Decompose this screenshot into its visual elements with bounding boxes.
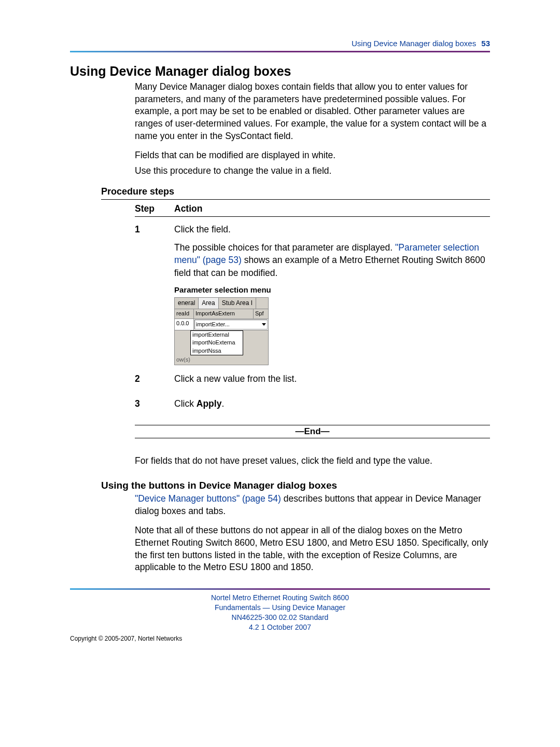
intro-paragraph-1: Many Device Manager dialog boxes contain… — [135, 81, 490, 142]
screenshot-footer: ow(s) — [175, 355, 268, 364]
step-3-line: Click Apply. — [174, 397, 490, 410]
tab-area[interactable]: Area — [199, 298, 218, 309]
intro-paragraph-3: Use this procedure to change the value i… — [135, 165, 490, 177]
subsection-body: "Device Manager buttons" (page 54) descr… — [135, 493, 490, 574]
step-2-action: Click a new value from the list. — [174, 372, 490, 391]
screenshot-header-row: reaId ImportAsExtern Spf — [175, 309, 268, 319]
step-2-line: Click a new value from the list. — [174, 372, 490, 385]
subsection-p1: "Device Manager buttons" (page 54) descr… — [135, 493, 490, 517]
page: Using Device Manager dialog boxes 53 Usi… — [47, 16, 513, 721]
procedure-tail: For fields that do not have preset value… — [135, 455, 490, 467]
footer-rule — [70, 588, 490, 590]
subsection-p2: Note that all of these buttons do not ap… — [135, 524, 490, 574]
copyright: Copyright © 2005-2007, Nortel Networks — [70, 635, 490, 642]
procedure-header-rule — [135, 216, 490, 217]
apply-label: Apply — [197, 398, 222, 409]
step-3: 3 Click Apply. — [135, 397, 490, 416]
import-select-value: importExter... — [196, 321, 230, 328]
end-rule-top — [135, 425, 490, 425]
procedure-top-rule — [101, 199, 490, 200]
step-2: 2 Click a new value from the list. — [135, 372, 490, 391]
screenshot-tabs: eneral Area Stub Area I — [175, 298, 268, 309]
running-header: Using Device Manager dialog boxes 53 — [70, 39, 490, 48]
running-title: Using Device Manager dialog boxes — [352, 39, 476, 48]
xref-device-manager-buttons[interactable]: "Device Manager buttons" (page 54) — [135, 493, 281, 504]
procedure-heading: Procedure steps — [101, 186, 490, 197]
step-3-action: Click Apply. — [174, 397, 490, 416]
step-3-pre: Click — [174, 398, 197, 409]
hdr-spf: Spf — [254, 309, 268, 318]
tail-paragraph: For fields that do not have preset value… — [135, 455, 490, 467]
end-rule-bottom — [135, 438, 490, 438]
chevron-down-icon — [262, 323, 266, 326]
col-step: Step — [135, 203, 160, 214]
hdr-importasextern: ImportAsExtern — [194, 309, 254, 318]
step-1-number: 1 — [135, 223, 160, 365]
cell-areaid: 0.0.0 — [175, 319, 194, 330]
step-1-action: Click the field. The possible choices fo… — [174, 223, 490, 365]
step-1-line-2: The possible choices for that parameter … — [174, 241, 490, 280]
step-1-text-pre: The possible choices for that parameter … — [174, 242, 395, 253]
col-action: Action — [174, 203, 202, 214]
end-label: —End— — [135, 426, 490, 437]
step-3-post: . — [221, 398, 224, 409]
header-rule — [70, 51, 490, 52]
import-dropdown-list: importExternal importNoExterna importNss… — [190, 330, 243, 355]
footer-line-1: Nortel Metro Ethernet Routing Switch 860… — [70, 593, 490, 603]
step-3-number: 3 — [135, 397, 160, 416]
option-import-external[interactable]: importExternal — [191, 331, 243, 339]
tab-stub-area[interactable]: Stub Area I — [219, 298, 256, 309]
step-2-number: 2 — [135, 372, 160, 391]
step-1-line-1: Click the field. — [174, 223, 490, 236]
intro-block: Many Device Manager dialog boxes contain… — [135, 81, 490, 177]
intro-paragraph-2: Fields that can be modified are displaye… — [135, 149, 490, 162]
option-import-no-external[interactable]: importNoExterna — [191, 339, 243, 347]
screenshot-data-row: 0.0.0 importExter... — [175, 319, 268, 330]
import-select[interactable]: importExter... — [194, 320, 268, 329]
parameter-selection-screenshot: eneral Area Stub Area I reaId ImportAsEx… — [174, 297, 269, 365]
subsection-heading: Using the buttons in Device Manager dial… — [101, 480, 490, 491]
procedure-column-headers: Step Action — [135, 202, 490, 216]
hdr-areaid: reaId — [175, 309, 194, 318]
option-import-nssa[interactable]: importNssa — [191, 347, 243, 355]
footer-line-2: Fundamentals — Using Device Manager — [70, 603, 490, 613]
footer-line-3: NN46225-300 02.02 Standard — [70, 613, 490, 622]
page-number: 53 — [481, 39, 490, 48]
tab-general[interactable]: eneral — [175, 298, 199, 309]
section-heading: Using Device Manager dialog boxes — [70, 64, 490, 79]
step-1: 1 Click the field. The possible choices … — [135, 223, 490, 365]
page-footer: Nortel Metro Ethernet Routing Switch 860… — [70, 593, 490, 632]
figure-caption: Parameter selection menu — [174, 284, 490, 295]
footer-line-4: 4.2 1 October 2007 — [70, 622, 490, 632]
